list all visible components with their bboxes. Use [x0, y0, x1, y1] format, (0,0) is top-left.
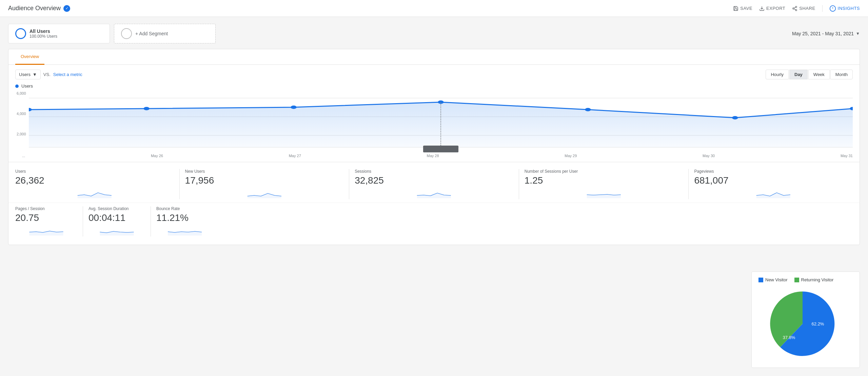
metric-avg-session: Avg. Session Duration 00:04:11 — [83, 206, 151, 237]
verified-icon: ✓ — [63, 5, 70, 12]
pie-legend: New Visitor Returning Visitor — [758, 277, 853, 282]
insights-button[interactable]: INSIGHTS — [829, 5, 860, 12]
svg-marker-19 — [100, 231, 134, 236]
x-label-may29: May 29 — [565, 154, 577, 158]
time-btn-week[interactable]: Week — [808, 70, 830, 79]
svg-rect-21 — [758, 278, 763, 282]
x-label-may27: May 27 — [289, 154, 301, 158]
metric-value-pageviews: 681,007 — [694, 175, 853, 186]
y-axis: 6,000 4,000 2,000 — [17, 91, 26, 152]
pie-label-new: 62.2% — [812, 321, 824, 326]
svg-line-4 — [794, 9, 796, 10]
time-btn-month[interactable]: Month — [830, 70, 853, 79]
divider — [822, 5, 823, 12]
share-icon — [792, 6, 797, 11]
x-label-may31: May 31 — [841, 154, 853, 158]
all-users-segment[interactable]: All Users 100.00% Users — [8, 24, 110, 43]
metric-new-users: New Users 17,956 — [180, 169, 350, 199]
metric-label-avg-session: Avg. Session Duration — [88, 206, 145, 211]
metric-pageviews: Pageviews 681,007 — [689, 169, 853, 199]
title-text: Audience Overview — [8, 5, 61, 12]
segment-name: All Users — [29, 29, 57, 34]
segment-circle — [15, 28, 26, 39]
svg-point-3 — [795, 9, 797, 11]
metric-bounce-rate: Bounce Rate 11.21% — [151, 206, 219, 237]
line-chart — [29, 91, 853, 152]
segment-bar: All Users 100.00% Users + Add Segment Ma… — [8, 24, 860, 43]
sparkline-pages-session — [15, 226, 77, 236]
returning-visitor-legend-icon — [794, 278, 799, 282]
save-icon — [733, 6, 738, 11]
new-visitor-label: New Visitor — [765, 277, 788, 282]
date-range-arrow: ▼ — [856, 31, 860, 36]
time-btn-hourly[interactable]: Hourly — [766, 70, 789, 79]
legend-dot — [15, 84, 19, 88]
svg-marker-13 — [78, 193, 112, 198]
select-metric-link[interactable]: Select a metric — [53, 72, 82, 77]
tabs: Overview — [8, 49, 860, 65]
svg-marker-17 — [756, 193, 790, 198]
sparkline-avg-session — [88, 226, 145, 236]
returning-visitor-legend: Returning Visitor — [794, 277, 834, 282]
datapoint-may27[interactable] — [291, 106, 296, 109]
metrics-row-1: Users 26,362 New Users 17,956 Sessions 3… — [8, 162, 860, 203]
svg-marker-14 — [247, 193, 281, 198]
metrics-row-2: Pages / Session 20.75 Avg. Session Durat… — [8, 203, 860, 245]
page-title: Audience Overview ✓ — [8, 5, 70, 12]
pie-chart-section: New Visitor Returning Visitor 62.2% 37.8… — [751, 271, 860, 368]
svg-point-2 — [793, 8, 794, 9]
metric-label-new-users: New Users — [185, 169, 344, 174]
y-label-4000: 4,000 — [17, 112, 26, 116]
metric-label-sessions: Sessions — [355, 169, 513, 174]
svg-marker-15 — [417, 193, 451, 198]
add-segment-button[interactable]: + Add Segment — [114, 24, 216, 43]
add-segment-circle — [121, 28, 132, 39]
sparkline-pageviews — [694, 189, 853, 198]
metric-value-avg-session: 00:04:11 — [88, 212, 145, 223]
segment-percent: 100.00% Users — [29, 34, 57, 39]
metric-value-new-users: 17,956 — [185, 175, 344, 186]
new-visitor-legend: New Visitor — [758, 277, 788, 282]
metric-label-spu: Number of Sessions per User — [525, 169, 683, 174]
chart-legend: Users — [8, 82, 860, 91]
add-segment-label: + Add Segment — [135, 31, 168, 36]
x-label-may26: May 26 — [151, 154, 163, 158]
date-range-picker[interactable]: May 25, 2021 - May 31, 2021 ▼ — [792, 31, 860, 36]
svg-line-5 — [794, 7, 796, 8]
datapoint-may30[interactable] — [732, 116, 738, 119]
new-visitor-legend-icon — [758, 278, 763, 282]
metric-value-users: 26,362 — [15, 175, 174, 186]
chart-controls: Users ▼ VS. Select a metric Hourly Day W… — [8, 65, 860, 82]
metric-label-pageviews: Pageviews — [694, 169, 853, 174]
svg-rect-22 — [794, 278, 799, 282]
sparkline-new-users — [185, 189, 344, 198]
segments-container: All Users 100.00% Users + Add Segment — [8, 24, 216, 43]
metric-sessions: Sessions 32,825 — [349, 169, 519, 199]
tab-overview[interactable]: Overview — [15, 49, 44, 65]
metric-value-spu: 1.25 — [525, 175, 683, 186]
svg-point-1 — [795, 6, 797, 7]
sparkline-sessions — [355, 189, 513, 198]
vs-label: VS. — [43, 72, 51, 77]
pie-label-returning: 37.8% — [783, 335, 795, 340]
metric-dropdown[interactable]: Users ▼ — [15, 70, 41, 79]
metric-value-pages-session: 20.75 — [15, 212, 77, 223]
save-button[interactable]: SAVE — [733, 6, 752, 11]
metric-users: Users 26,362 — [15, 169, 180, 199]
metric-label-users: Users — [15, 169, 174, 174]
datapoint-may29[interactable] — [585, 108, 591, 111]
insights-icon — [829, 5, 836, 12]
datapoint-may26[interactable] — [143, 107, 149, 110]
time-btn-day[interactable]: Day — [789, 70, 808, 79]
sparkline-users — [15, 189, 174, 198]
dropdown-arrow: ▼ — [33, 72, 37, 77]
segment-info: All Users 100.00% Users — [29, 29, 57, 39]
x-axis-labels: ... May 26 May 27 May 28 May 29 May 30 M… — [8, 152, 860, 162]
export-icon — [759, 6, 765, 11]
metric-value-sessions: 32,825 — [355, 175, 513, 186]
share-button[interactable]: SHARE — [792, 6, 815, 11]
export-button[interactable]: EXPORT — [759, 6, 785, 11]
time-buttons: Hourly Day Week Month — [766, 70, 853, 79]
x-label-0: ... — [22, 154, 25, 158]
metric-label-pages-session: Pages / Session — [15, 206, 77, 211]
